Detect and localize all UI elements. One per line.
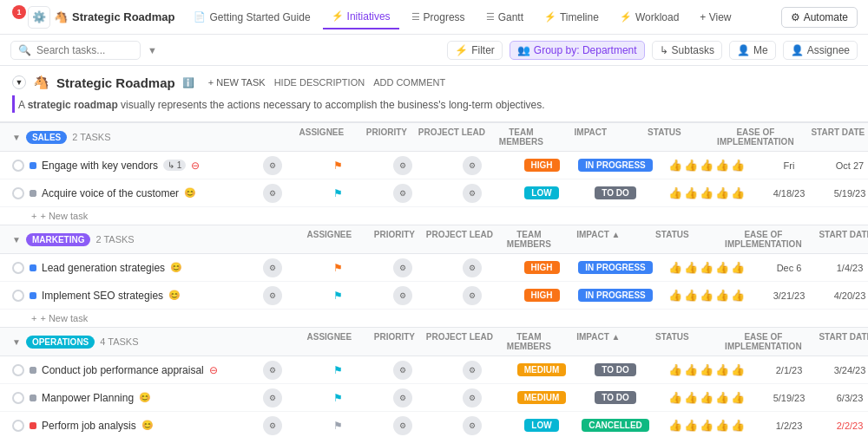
task-name[interactable]: Implement SEO strategies: [42, 290, 163, 302]
assignee-cell[interactable]: ⚙: [238, 258, 307, 277]
hide-desc-button[interactable]: HIDE DESCRIPTION: [274, 77, 365, 88]
new-task-sales[interactable]: + + New task: [0, 207, 868, 225]
status-cell[interactable]: IN PROGRESS: [576, 261, 654, 274]
tab-gantt[interactable]: ☰ Gantt: [477, 5, 532, 29]
task-name[interactable]: Perform job analysis: [42, 420, 136, 432]
team-cell[interactable]: ⚙: [437, 184, 507, 203]
priority-cell[interactable]: ⚑: [307, 392, 368, 404]
tab-getting-started[interactable]: 📄 Getting Started Guide: [185, 5, 319, 29]
section-chevron-operations[interactable]: ▼: [12, 337, 21, 347]
lead-cell[interactable]: ⚙: [368, 361, 437, 380]
lead-cell[interactable]: ⚙: [368, 258, 437, 277]
status-cell[interactable]: IN PROGRESS: [576, 159, 654, 172]
task-name[interactable]: Acquire voice of the customer: [42, 187, 179, 199]
subtasks-button[interactable]: ↳ Subtasks: [652, 41, 722, 60]
task-name[interactable]: Lead generation strategies: [42, 262, 165, 274]
task-row: Conduct job performance appraisal ⊖ ⚙ ⚑ …: [0, 356, 868, 384]
assignee-cell[interactable]: ⚙: [238, 416, 307, 435]
due-date-cell: 1/4/23: [819, 263, 868, 273]
task-name[interactable]: Conduct job performance appraisal: [42, 364, 204, 376]
task-name[interactable]: Manpower Planning: [42, 392, 134, 404]
lead-cell[interactable]: ⚙: [368, 388, 437, 408]
new-task-marketing[interactable]: + + New task: [0, 310, 868, 327]
status-cell[interactable]: TO DO: [576, 186, 654, 199]
section-chevron-sales[interactable]: ▼: [12, 133, 21, 142]
team-cell[interactable]: ⚙: [437, 286, 507, 305]
status-cell[interactable]: CANCELLED: [576, 419, 654, 432]
priority-cell[interactable]: ⚑: [307, 364, 368, 376]
status-cell[interactable]: TO DO: [576, 363, 654, 376]
flag-icon: ⚑: [333, 187, 343, 199]
logo-icon: 🐴: [54, 10, 68, 23]
col-header-impact[interactable]: IMPACT: [556, 127, 625, 147]
tab-initiatives[interactable]: ⚡ Initiatives: [323, 5, 399, 29]
priority-cell[interactable]: ⚑: [307, 187, 368, 199]
priority-cell[interactable]: ⚑: [307, 262, 368, 274]
assignee-cell[interactable]: ⚙: [238, 156, 307, 175]
task-checkbox[interactable]: [12, 187, 24, 199]
lead-cell[interactable]: ⚙: [368, 416, 437, 435]
tab-progress[interactable]: ☰ Progress: [403, 5, 474, 29]
status-badge: TO DO: [595, 363, 635, 376]
start-date-cell: 2/1/23: [759, 365, 819, 375]
section-sales: ▼ SALES 2 TASKS ASSIGNEE PRIORITY PROJEC…: [0, 122, 868, 225]
new-task-button[interactable]: + NEW TASK: [208, 77, 266, 88]
priority-cell[interactable]: ⚑: [307, 160, 368, 172]
task-checkbox[interactable]: [12, 420, 24, 432]
filter-button[interactable]: ⚡ Filter: [447, 41, 503, 60]
search-box[interactable]: 🔍: [10, 41, 141, 60]
col-header-lead: PROJECT LEAD: [417, 127, 486, 147]
due-date-cell: 5/19/23: [819, 188, 868, 199]
team-cell[interactable]: ⚙: [437, 416, 507, 435]
dropdown-chevron[interactable]: ▼: [148, 45, 157, 55]
assignee-cell[interactable]: ⚙: [238, 361, 307, 380]
tab-workload[interactable]: ⚡ Workload: [611, 5, 687, 29]
team-cell[interactable]: ⚙: [437, 156, 507, 175]
task-emoji: 😊: [184, 187, 196, 199]
assignee-cell[interactable]: ⚙: [238, 286, 307, 305]
avatar: ⚙: [263, 388, 282, 408]
me-button[interactable]: 👤 Me: [729, 41, 776, 60]
team-cell[interactable]: ⚙: [437, 388, 507, 408]
notification-dot: 1: [12, 5, 26, 19]
lead-cell[interactable]: ⚙: [368, 156, 437, 175]
team-cell[interactable]: ⚙: [437, 361, 507, 380]
add-comment-button[interactable]: ADD COMMENT: [373, 77, 445, 88]
task-row: Lead generation strategies 😊 ⚙ ⚑ ⚙ ⚙ HIG…: [0, 254, 868, 282]
status-cell[interactable]: IN PROGRESS: [576, 289, 654, 302]
priority-cell[interactable]: ⚑: [307, 420, 368, 432]
lead-cell[interactable]: ⚙: [368, 184, 437, 203]
search-input[interactable]: [36, 44, 133, 56]
bolt-icon: ⚡: [332, 10, 344, 22]
section-operations: ▼ OPERATIONS 4 TASKS ASSIGNEE PRIORITY P…: [0, 327, 868, 437]
task-checkbox[interactable]: [12, 392, 24, 404]
avatar: ⚙: [263, 416, 282, 435]
info-icon[interactable]: ℹ️: [182, 77, 194, 88]
expand-icon[interactable]: ▼: [12, 75, 26, 89]
task-emoji: 😊: [139, 392, 151, 403]
task-checkbox[interactable]: [12, 290, 24, 302]
status-cell[interactable]: TO DO: [576, 391, 654, 404]
assignee-button[interactable]: 👤 Assignee: [783, 41, 858, 60]
tab-timeline[interactable]: ⚡ Timeline: [536, 5, 608, 29]
lead-cell[interactable]: ⚙: [368, 286, 437, 305]
task-dot: [30, 422, 36, 429]
status-badge: TO DO: [595, 186, 635, 199]
tab-add-view[interactable]: + View: [691, 5, 740, 29]
priority-cell[interactable]: ⚑: [307, 290, 368, 302]
team-cell[interactable]: ⚙: [437, 258, 507, 277]
impact-badge: HIGH: [524, 261, 560, 274]
subtask-count-badge[interactable]: ↳ 1: [163, 160, 186, 171]
settings-icon[interactable]: ⚙️: [28, 6, 50, 29]
team-avatar: ⚙: [463, 416, 482, 435]
section-chevron-marketing[interactable]: ▼: [12, 235, 21, 245]
logo: 🐴 Strategic Roadmap: [54, 10, 174, 23]
task-name[interactable]: Engage with key vendors: [42, 160, 158, 172]
assignee-cell[interactable]: ⚙: [238, 388, 307, 408]
assignee-cell[interactable]: ⚙: [238, 184, 307, 203]
task-checkbox[interactable]: [12, 364, 24, 376]
group-by-button[interactable]: 👥 Group by: Department: [510, 41, 645, 60]
task-checkbox[interactable]: [12, 262, 24, 274]
task-checkbox[interactable]: [12, 160, 24, 172]
automate-button[interactable]: ⚙ Automate: [781, 7, 858, 28]
